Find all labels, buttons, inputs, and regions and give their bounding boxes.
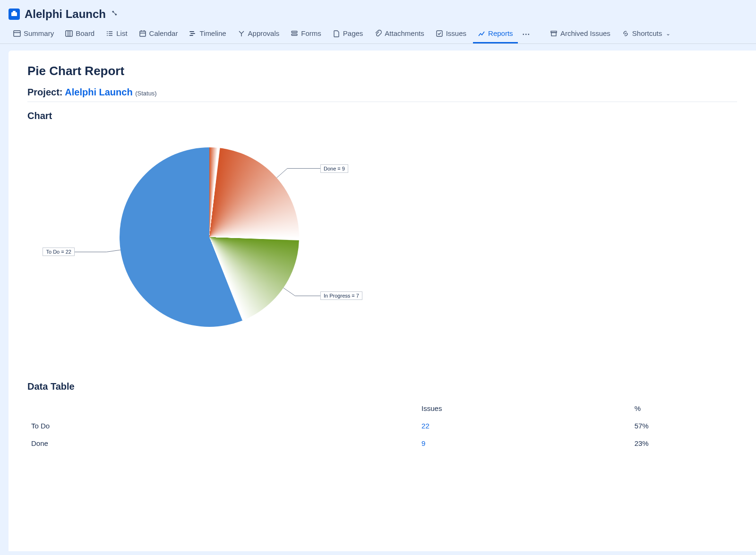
- tab-calendar[interactable]: Calendar: [134, 26, 183, 43]
- tab-label: Issues: [446, 29, 466, 37]
- pages-icon: [333, 30, 340, 37]
- link-icon: [622, 30, 629, 37]
- tab-label: Shortcuts: [632, 29, 662, 37]
- svg-rect-2: [66, 31, 72, 36]
- svg-point-5: [107, 31, 108, 32]
- tab-label: Board: [76, 29, 94, 37]
- project-prefix: Project:: [27, 87, 65, 97]
- tab-label: Approvals: [248, 29, 280, 37]
- pie-label-inprogress: In Progress = 7: [320, 291, 362, 300]
- tab-attachments[interactable]: Attachments: [369, 26, 429, 43]
- calendar-icon: [139, 30, 146, 37]
- chart-heading: Chart: [27, 111, 737, 121]
- cell-issues-link[interactable]: 9: [421, 439, 425, 447]
- tab-label: Pages: [343, 29, 363, 37]
- project-link[interactable]: Alelphi Launch: [65, 87, 132, 97]
- tab-summary[interactable]: Summary: [9, 26, 59, 43]
- tab-label: Forms: [301, 29, 321, 37]
- forms-icon: [291, 30, 298, 37]
- tab-reports[interactable]: Reports: [473, 26, 518, 43]
- table-header-row: Issues %: [27, 400, 737, 417]
- tab-label: Attachments: [385, 29, 424, 37]
- project-header: Alelphi Launch: [0, 0, 756, 24]
- report-card: Pie Chart Report Project: Alelphi Launch…: [9, 51, 756, 551]
- tab-label: List: [116, 29, 127, 37]
- cell-issues-link[interactable]: 22: [421, 422, 430, 430]
- tab-pages[interactable]: Pages: [328, 26, 368, 43]
- list-icon: [106, 30, 113, 37]
- tab-label: Reports: [488, 29, 513, 37]
- tab-label: Timeline: [199, 29, 226, 37]
- tab-archived-issues[interactable]: Archived Issues: [545, 26, 615, 43]
- svg-point-6: [107, 33, 108, 34]
- th-issues: Issues: [418, 400, 631, 417]
- cell-pct: 23%: [631, 435, 737, 452]
- project-tabs: Summary Board List Calendar Timeline App…: [0, 24, 756, 44]
- tab-forms[interactable]: Forms: [286, 26, 326, 43]
- reports-icon: [478, 30, 485, 37]
- cell-status: To Do: [27, 417, 418, 435]
- tab-issues[interactable]: Issues: [431, 26, 471, 43]
- archive-icon: [550, 30, 558, 37]
- svg-rect-19: [551, 33, 556, 36]
- board-icon: [65, 30, 73, 37]
- report-title: Pie Chart Report: [27, 64, 737, 78]
- report-project-line: Project: Alelphi Launch (Status): [27, 87, 737, 102]
- tab-label: Archived Issues: [560, 29, 610, 37]
- attachment-icon: [374, 30, 382, 37]
- tab-timeline[interactable]: Timeline: [184, 26, 231, 43]
- svg-rect-11: [140, 31, 146, 36]
- more-tabs-button[interactable]: ···: [520, 28, 533, 41]
- tab-label: Calendar: [149, 29, 178, 37]
- issues-icon: [436, 30, 443, 37]
- pie-label-done: Done = 9: [320, 164, 348, 173]
- pie-label-todo: To Do = 22: [43, 248, 75, 256]
- customize-icon[interactable]: [111, 10, 119, 18]
- project-title[interactable]: Alelphi Launch: [25, 8, 106, 21]
- cell-status: Done: [27, 435, 418, 452]
- timeline-icon: [189, 30, 197, 37]
- cell-pct: 57%: [631, 417, 737, 435]
- svg-point-7: [107, 35, 108, 36]
- data-table: Issues % To Do 22 57% Done 9 23%: [27, 400, 737, 452]
- pie-chart: To Do = 22 Done = 9 In Progress = 7: [27, 131, 387, 353]
- th-pct: %: [631, 400, 737, 417]
- th-status: [27, 400, 418, 417]
- svg-rect-16: [292, 34, 297, 35]
- approvals-icon: [238, 30, 245, 37]
- tab-shortcuts[interactable]: Shortcuts ⌄: [617, 26, 675, 43]
- layout-icon: [13, 30, 21, 37]
- chevron-down-icon: ⌄: [666, 30, 670, 37]
- tab-approvals[interactable]: Approvals: [233, 26, 284, 43]
- svg-rect-0: [14, 31, 20, 36]
- tab-list[interactable]: List: [101, 26, 132, 43]
- tab-label: Summary: [24, 29, 54, 37]
- table-heading: Data Table: [27, 381, 737, 392]
- svg-rect-15: [292, 31, 297, 33]
- table-row: Done 9 23%: [27, 435, 737, 452]
- table-row: To Do 22 57%: [27, 417, 737, 435]
- tab-board[interactable]: Board: [60, 26, 99, 43]
- project-suffix: (Status): [135, 90, 157, 97]
- project-icon: [9, 9, 20, 20]
